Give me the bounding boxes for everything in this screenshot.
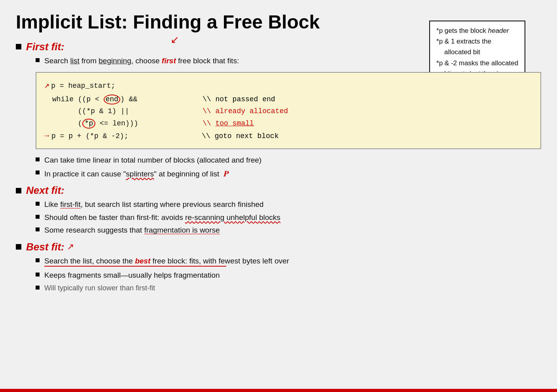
code-main-2: while ((p < end) &&: [52, 93, 187, 106]
code-main-1: p = heap_start;: [51, 80, 186, 92]
next-fit-section: Next fit: Like first-fit, but search lis…: [16, 184, 541, 236]
next-fit-bullet: [16, 188, 21, 193]
best-fit-bullet: [16, 244, 21, 250]
bullet-linear: Can take time linear in total number of …: [36, 155, 541, 166]
annotation-line3: allocated bit: [436, 47, 518, 57]
bottom-bar: [0, 389, 557, 392]
annotation-line1: *p gets the block header: [436, 25, 518, 36]
best-fit-underline-annot: [44, 266, 226, 267]
code-comment-5: \\ goto next block: [202, 130, 278, 142]
best-fit-item-1: Search the list, choose the best free bl…: [36, 256, 541, 269]
annotation-line4: *p & -2 masks the allocated: [436, 58, 518, 68]
code-line-2: while ((p < end) && \\ not passed end: [44, 93, 532, 106]
code-comment-2: \\ not passed end: [203, 93, 275, 106]
next-fit-item-3: Some research suggests that fragmentatio…: [36, 225, 541, 236]
code-line-1: ↗ p = heap_start;: [44, 78, 532, 93]
code-main-4: (*p <= len))): [52, 117, 187, 130]
best-fit-item-2: Keeps fragments small—usually helps frag…: [36, 270, 541, 281]
code-comment-3: \\ already allocated: [203, 105, 288, 117]
best-fit-section: Best fit: ↗ Search the list, choose the …: [16, 241, 541, 294]
p-annotation-mark: 𝐏: [223, 169, 228, 178]
bullet-splinters: In practice it can cause "splinters" at …: [36, 168, 541, 180]
best-fit-subitems: Search the list, choose the best free bl…: [36, 256, 541, 294]
code-line-3: ((*p & 1) || \\ already allocated: [44, 105, 532, 117]
next-fit-item-1: Like first-fit, but search list starting…: [36, 199, 541, 210]
best-fit-item-3: Will typically run slower than first-fit: [36, 283, 541, 294]
bullet-linear-icon: [36, 157, 40, 161]
code-line-4: (*p <= len))) \\ too small: [44, 117, 532, 130]
annotation-line2: *p & 1 extracts the: [436, 36, 518, 47]
code-arrow-1: ↗: [44, 78, 49, 93]
best-fit-title: Best fit:: [26, 241, 64, 253]
sub-bullet: [36, 58, 40, 62]
after-code-bullets: Can take time linear in total number of …: [36, 155, 541, 180]
first-fit-title: First fit:: [26, 41, 64, 53]
code-arrow-5: →: [44, 129, 49, 143]
bullet-splinters-text: In practice it can cause "splinters" at …: [44, 168, 541, 180]
next-fit-subitems: Like first-fit, but search list starting…: [36, 199, 541, 236]
bullet-linear-text: Can take time linear in total number of …: [44, 155, 541, 166]
code-main-3: ((*p & 1) ||: [52, 105, 187, 117]
code-line-5: → p = p + (*p & -2); \\ goto next block: [44, 129, 532, 143]
title-annotation-mark: ↙: [171, 34, 179, 46]
first-fit-bullet: [16, 44, 21, 49]
next-fit-title: Next fit:: [26, 184, 64, 197]
code-main-5: p = p + (*p & -2);: [51, 130, 186, 142]
next-fit-item-2: Should often be faster than first-fit: a…: [36, 212, 541, 223]
code-comment-4: \\ too small: [203, 117, 254, 130]
best-fit-annotation: ↗: [67, 242, 74, 252]
bullet-splinters-icon: [36, 170, 40, 174]
page-title: Implicit List: Finding a Free Block: [16, 12, 320, 33]
code-block: ↗ p = heap_start; while ((p < end) && \\…: [36, 72, 541, 149]
